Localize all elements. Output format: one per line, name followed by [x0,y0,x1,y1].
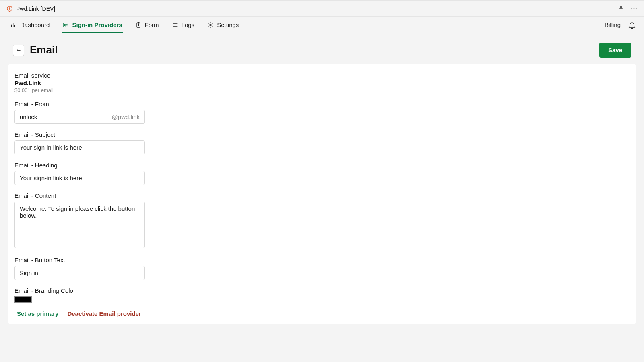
tab-form[interactable]: Form [129,17,165,33]
field-email-heading: Email - Heading [14,162,145,185]
tab-dashboard[interactable]: Dashboard [4,17,56,33]
svg-point-2 [634,8,635,9]
tab-label: Settings [217,21,239,28]
input-email-button-text[interactable] [14,266,145,280]
id-card-icon [62,22,69,28]
brand-icon [6,6,13,12]
list-icon [172,22,178,28]
back-button[interactable]: ← [13,45,24,56]
field-email-from: Email - From @pwd.link [14,101,145,124]
tab-label: Form [145,21,159,28]
page-title: Email [30,44,58,56]
input-email-from[interactable] [14,110,107,124]
billing-link[interactable]: Billing [605,21,621,28]
label-email-button-text: Email - Button Text [14,257,145,263]
svg-point-5 [64,24,66,25]
main-nav: Dashboard Sign-in Providers Form Logs [0,17,644,33]
label-email-heading: Email - Heading [14,162,145,169]
deactivate-provider-link[interactable]: Deactivate Email provider [67,310,141,317]
email-provider-card: Email service Pwd.Link $0.001 per email … [8,64,636,324]
branding-color-swatch[interactable] [14,296,32,303]
tab-label: Logs [182,21,195,28]
gear-icon [207,22,214,28]
svg-point-0 [9,8,10,10]
clipboard-icon [135,22,142,28]
set-as-primary-link[interactable]: Set as primary [17,310,58,317]
field-branding-color: Email - Branding Color [14,287,145,303]
bell-icon[interactable] [628,21,636,29]
service-name: Pwd.Link [14,80,630,86]
input-email-content[interactable] [14,202,145,248]
input-email-heading[interactable] [14,171,145,185]
label-email-content: Email - Content [14,192,145,199]
more-icon[interactable] [630,5,638,12]
service-label: Email service [14,72,630,79]
app-title: Pwd.Link [DEV] [16,6,55,12]
field-email-subject: Email - Subject [14,131,145,154]
label-email-subject: Email - Subject [14,131,145,138]
svg-point-3 [636,8,637,9]
tab-label: Dashboard [20,21,50,28]
field-email-content: Email - Content [14,192,145,249]
card-actions: Set as primary Deactivate Email provider [14,310,630,317]
arrow-left-icon: ← [15,47,22,54]
field-email-button-text: Email - Button Text [14,257,145,280]
save-button[interactable]: Save [599,43,631,58]
bar-chart-icon [10,22,17,28]
label-branding-color: Email - Branding Color [14,287,145,294]
svg-point-1 [631,8,632,9]
label-email-from: Email - From [14,101,145,107]
email-from-domain-suffix: @pwd.link [107,110,145,124]
tab-logs[interactable]: Logs [165,17,201,33]
input-email-subject[interactable] [14,140,145,154]
service-price: $0.001 per email [14,87,630,93]
pin-icon[interactable] [617,5,625,12]
tab-label: Sign-in Providers [72,21,122,28]
window-strip: Pwd.Link [DEV] [0,0,644,17]
svg-point-8 [210,24,211,26]
tab-settings[interactable]: Settings [201,17,245,33]
tab-signin-providers[interactable]: Sign-in Providers [56,17,128,33]
page-header: ← Email Save [0,33,644,64]
